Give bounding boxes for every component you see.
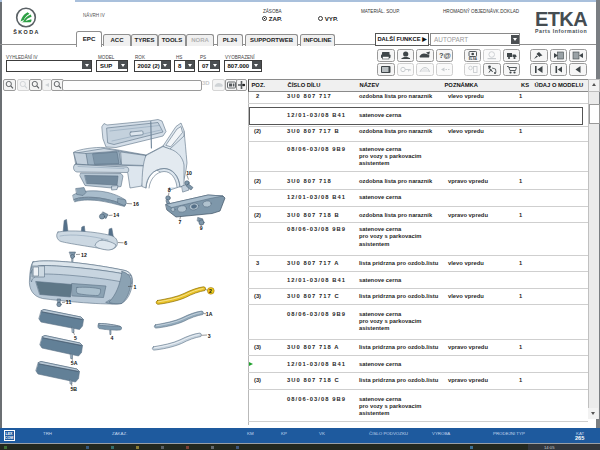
svg-text:16: 16: [133, 201, 139, 207]
svg-text:ELSA: ELSA: [468, 57, 477, 61]
svg-text:1A: 1A: [206, 311, 213, 317]
svg-text:10: 10: [186, 170, 192, 176]
svg-text:14: 14: [113, 212, 119, 218]
svg-text:11: 11: [66, 299, 72, 305]
svg-text:5: 5: [74, 335, 77, 341]
svg-text:12: 12: [81, 252, 87, 258]
svg-text:2: 2: [209, 288, 212, 294]
svg-text:6: 6: [124, 240, 127, 246]
svg-text:7: 7: [179, 219, 182, 225]
svg-text:1: 1: [134, 284, 137, 290]
svg-text:8: 8: [168, 187, 171, 193]
svg-text:5B: 5B: [70, 386, 77, 392]
svg-text:9: 9: [200, 225, 203, 231]
svg-text:4: 4: [110, 335, 113, 341]
svg-text:5A: 5A: [71, 360, 78, 366]
svg-text:3: 3: [208, 333, 211, 339]
svg-text:?@: ?@: [439, 51, 451, 60]
